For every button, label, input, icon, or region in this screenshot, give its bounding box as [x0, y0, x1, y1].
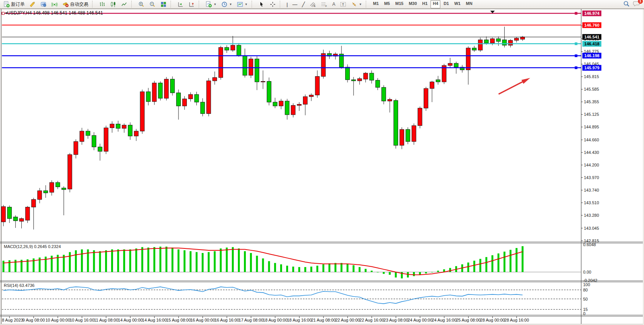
- channel-button[interactable]: E: [308, 0, 318, 8]
- timeframe-m30[interactable]: M30: [406, 0, 419, 8]
- macd-bar: [177, 250, 179, 272]
- templates-button[interactable]: ▼: [235, 0, 250, 8]
- candle-body: [7, 207, 11, 219]
- new-order-button[interactable]: 新订单: [2, 0, 27, 8]
- bar-chart-button[interactable]: [97, 0, 107, 8]
- market-watch-button[interactable]: [27, 0, 38, 8]
- toolbar-group-zoom: [136, 0, 169, 8]
- macd-bar: [226, 248, 228, 272]
- tile-windows-icon: [160, 1, 167, 8]
- candle-body: [370, 73, 374, 80]
- candle-body: [430, 82, 434, 88]
- candlestick-button[interactable]: [108, 0, 118, 8]
- chart-title: USDJPY,H4 146.498 146.541 146.488 146.54…: [7, 10, 103, 16]
- candle-body: [68, 155, 72, 189]
- time-axis-label: 11 Aug 08:00: [94, 318, 118, 322]
- candle-body: [86, 131, 90, 135]
- macd-bar: [3, 261, 5, 272]
- price-tick-label: 144.895: [584, 125, 599, 129]
- rsi-scale-label: 0: [583, 311, 585, 316]
- strategy-tester-button[interactable]: [38, 0, 49, 8]
- line-chart-button[interactable]: [119, 0, 129, 8]
- tile-windows-button[interactable]: [158, 0, 169, 8]
- toolbar-group-chart-type: [97, 0, 129, 8]
- candle-body: [448, 63, 452, 66]
- autoscroll-button[interactable]: [175, 0, 186, 8]
- timeframe-h4[interactable]: H4: [430, 0, 440, 8]
- toolbar-group-cursor: [257, 0, 278, 8]
- macd-bar: [497, 253, 499, 272]
- indicators-button[interactable]: ▼: [204, 0, 218, 8]
- crosshair-button[interactable]: [268, 0, 278, 8]
- timeframe-w1[interactable]: W1: [452, 0, 463, 8]
- macd-bar: [395, 272, 397, 277]
- candle-body: [38, 191, 42, 200]
- candle-body: [412, 126, 416, 142]
- timeframe-m5[interactable]: M5: [382, 0, 392, 8]
- chart-canvas[interactable]: [0, 9, 644, 325]
- text-button[interactable]: A: [330, 0, 337, 8]
- chart-window[interactable]: USDJPY,H4 146.498 146.541 146.488 146.54…: [0, 9, 644, 325]
- crosshair-icon: [269, 1, 276, 8]
- zoom-in-button[interactable]: [136, 0, 147, 8]
- candle-body: [176, 93, 180, 106]
- macd-bar: [250, 253, 252, 272]
- macd-bar: [286, 266, 288, 272]
- toolbar-separator: [199, 1, 202, 8]
- fibonacci-button[interactable]: F: [319, 0, 330, 8]
- svg-text:T: T: [342, 3, 344, 6]
- search-icon[interactable]: [623, 0, 630, 8]
- toolbar: 新订单 自动交易: [0, 0, 644, 9]
- label-button[interactable]: T: [338, 0, 348, 8]
- horizontal-line-button[interactable]: —: [290, 0, 299, 8]
- time-axis-label: 28 Aug 16:00: [504, 318, 529, 322]
- macd-bar: [238, 248, 240, 272]
- candle-body: [436, 80, 440, 82]
- dropdown-caret: ▼: [229, 3, 232, 6]
- candlestick-icon: [110, 1, 116, 8]
- notifications-button[interactable]: 1: [633, 0, 640, 8]
- macd-bar: [75, 250, 77, 272]
- macd-bar: [510, 250, 512, 272]
- chart-shift-button[interactable]: [187, 0, 197, 8]
- new-order-label: 新订单: [11, 1, 25, 8]
- price-line-badge: 146.760: [582, 22, 601, 28]
- timeframe-m1[interactable]: M1: [371, 0, 381, 8]
- macd-bar: [117, 250, 119, 272]
- line-chart-icon: [121, 1, 128, 8]
- macd-scale-label: 0.6048: [583, 242, 596, 247]
- macd-bar: [298, 267, 300, 272]
- macd-bar: [268, 261, 270, 272]
- timeframe-group: M1 M5 M15 M30 H1 H4 D1 W1 MN: [371, 0, 475, 8]
- macd-bar: [304, 267, 306, 272]
- periods-button[interactable]: ▼: [219, 0, 234, 8]
- macd-bar: [521, 246, 523, 272]
- macd-bar: [431, 272, 433, 272]
- price-tick-label: 144.200: [584, 163, 599, 167]
- candle-body: [152, 83, 156, 102]
- macd-bar: [371, 271, 373, 272]
- macd-bar: [147, 248, 149, 272]
- time-axis-label: 16 Aug 00:00: [190, 318, 215, 322]
- timeframe-d1[interactable]: D1: [441, 0, 451, 8]
- timeframe-mn[interactable]: MN: [464, 0, 475, 8]
- arrows-button[interactable]: ▼: [349, 0, 364, 8]
- trendline-button[interactable]: ╱: [300, 0, 307, 8]
- candle-body: [122, 125, 126, 128]
- price-tick-label: 145.585: [584, 87, 599, 91]
- time-axis-label: 10 Aug 00:00: [45, 318, 70, 322]
- candle-body: [158, 83, 163, 98]
- zoom-out-button[interactable]: [147, 0, 158, 8]
- svg-text:E: E: [314, 5, 316, 7]
- cursor-button[interactable]: [257, 0, 267, 8]
- macd-bar: [352, 265, 354, 272]
- price-tick-label: 143.045: [584, 226, 599, 231]
- vertical-line-button[interactable]: |: [285, 0, 290, 8]
- signals-button[interactable]: [49, 0, 60, 8]
- timeframe-m15[interactable]: M15: [393, 0, 405, 8]
- autotrade-button[interactable]: 自动交易: [61, 0, 90, 8]
- timeframe-h1[interactable]: H1: [420, 0, 430, 8]
- candle-body: [309, 95, 313, 96]
- macd-bar: [69, 252, 71, 272]
- macd-bar: [262, 258, 264, 272]
